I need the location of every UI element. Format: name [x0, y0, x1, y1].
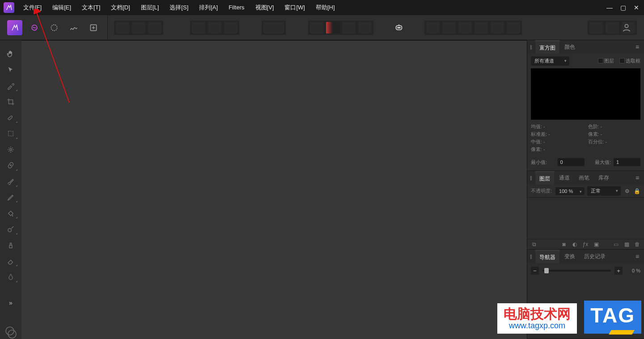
- tb-placeholder[interactable]: [442, 22, 456, 33]
- menu-text[interactable]: 文本[T]: [76, 0, 106, 15]
- stat-percentile: 百分位: -: [588, 138, 641, 145]
- expand-tools[interactable]: »: [4, 297, 18, 309]
- tab-layers[interactable]: 图层: [535, 171, 554, 184]
- persona-photo-icon[interactable]: [7, 20, 22, 35]
- min-input[interactable]: 0: [558, 158, 585, 166]
- tb-placeholder[interactable]: [310, 22, 323, 33]
- add-layer-icon[interactable]: ▦: [623, 241, 630, 247]
- tab-stock[interactable]: 库存: [594, 171, 613, 184]
- tb-placeholder[interactable]: [475, 22, 488, 33]
- tb-placeholder[interactable]: [507, 22, 520, 33]
- tab-transform[interactable]: 变换: [560, 250, 579, 263]
- move-tool[interactable]: [4, 64, 18, 76]
- tab-history[interactable]: 历史记录: [580, 250, 610, 263]
- color-swatches[interactable]: [4, 326, 18, 339]
- app-logo: [4, 2, 14, 13]
- crop-tool[interactable]: [4, 96, 18, 108]
- persona-liquify-icon[interactable]: [27, 20, 42, 35]
- svg-point-10: [8, 228, 12, 232]
- selection-brush-tool[interactable]: [4, 112, 18, 124]
- zoom-out-button[interactable]: −: [531, 267, 539, 275]
- menu-file[interactable]: 文件[F]: [18, 0, 47, 15]
- minimize-button[interactable]: —: [605, 3, 614, 13]
- zoom-in-button[interactable]: +: [614, 267, 623, 275]
- tab-color[interactable]: 颜色: [560, 40, 579, 54]
- adjust-icon[interactable]: ◐: [572, 241, 578, 247]
- merge-icon[interactable]: ⧉: [531, 241, 537, 247]
- panel-menu-icon[interactable]: ≡: [633, 43, 641, 51]
- panel-menu-icon[interactable]: ≡: [633, 252, 641, 260]
- menu-edit[interactable]: 编辑[E]: [47, 0, 76, 15]
- healing-brush-tool[interactable]: [4, 159, 18, 171]
- gear-icon[interactable]: ⚙: [623, 188, 631, 195]
- dodge-tool[interactable]: [4, 223, 18, 235]
- persona-tone-icon[interactable]: [66, 20, 81, 35]
- flood-select-tool[interactable]: [4, 144, 18, 155]
- check-layer[interactable]: 图层: [598, 58, 614, 64]
- pencil-tool[interactable]: [4, 192, 18, 203]
- chevron-down-icon: ▾: [616, 188, 618, 193]
- account-icon[interactable]: [619, 20, 634, 35]
- tb-placeholder[interactable]: [458, 22, 472, 33]
- close-button[interactable]: ✕: [631, 3, 641, 13]
- zoom-slider[interactable]: [542, 270, 611, 272]
- group-icon[interactable]: ▭: [613, 241, 619, 247]
- lock-icon[interactable]: 🔒: [633, 188, 640, 195]
- window-controls: — ▢ ✕: [605, 0, 641, 15]
- tb-placeholder[interactable]: [224, 22, 237, 33]
- tab-brushes[interactable]: 画笔: [575, 171, 593, 184]
- opacity-value: 100 %: [559, 188, 573, 194]
- tb-placeholder[interactable]: [342, 22, 356, 33]
- max-input[interactable]: 1: [614, 158, 640, 166]
- blend-mode-select[interactable]: 正常 ▾: [587, 186, 621, 196]
- drag-handle-icon[interactable]: ||: [530, 44, 532, 50]
- marquee-tool[interactable]: [4, 128, 18, 139]
- mask-icon[interactable]: ◙: [561, 241, 567, 247]
- clone-tool[interactable]: [4, 239, 18, 251]
- layers-list[interactable]: [527, 198, 644, 239]
- tb-placeholder[interactable]: [426, 22, 440, 33]
- persona-export-icon[interactable]: [86, 20, 101, 35]
- tab-channels[interactable]: 通道: [555, 171, 574, 184]
- opacity-select[interactable]: 100 % ▾: [555, 187, 585, 195]
- view-hand-tool[interactable]: [4, 48, 18, 60]
- canvas-area[interactable]: [21, 40, 527, 339]
- tb-placeholder[interactable]: [132, 22, 145, 33]
- tb-placeholder[interactable]: [263, 22, 284, 33]
- assistant-icon[interactable]: [391, 20, 407, 35]
- maximize-button[interactable]: ▢: [618, 3, 628, 13]
- menu-help[interactable]: 帮助[H]: [310, 0, 340, 15]
- tb-placeholder[interactable]: [208, 22, 221, 33]
- blur-tool[interactable]: [4, 271, 18, 283]
- menu-layer[interactable]: 图层[L]: [136, 0, 164, 15]
- menu-view[interactable]: 视图[V]: [250, 0, 280, 15]
- tab-histogram[interactable]: 直方图: [535, 40, 559, 54]
- color-picker-tool[interactable]: [4, 80, 18, 92]
- tb-placeholder[interactable]: [116, 22, 129, 33]
- tb-placeholder[interactable]: [358, 22, 372, 33]
- trash-icon[interactable]: 🗑: [634, 241, 640, 247]
- drag-handle-icon[interactable]: ||: [530, 175, 532, 180]
- check-selection[interactable]: 选取框: [619, 58, 640, 64]
- menu-filters[interactable]: Filters: [223, 0, 250, 15]
- menu-window[interactable]: 窗口[W]: [279, 0, 310, 15]
- tab-navigator[interactable]: 导航器: [535, 250, 559, 263]
- channel-select[interactable]: 所有通道 ▾: [531, 56, 569, 66]
- fill-tool[interactable]: [4, 207, 18, 219]
- tb-placeholder[interactable]: [326, 22, 339, 33]
- menu-arrange[interactable]: 排列[A]: [194, 0, 223, 15]
- persona-develop-icon[interactable]: [47, 20, 62, 35]
- erase-tool[interactable]: [4, 255, 18, 267]
- crop-layer-icon[interactable]: ▣: [593, 241, 599, 247]
- menu-document[interactable]: 文档[D]: [106, 0, 136, 15]
- tb-placeholder[interactable]: [192, 22, 205, 33]
- tb-placeholder[interactable]: [148, 22, 161, 33]
- drag-handle-icon[interactable]: ||: [530, 254, 532, 259]
- tb-placeholder[interactable]: [589, 22, 603, 33]
- tb-placeholder[interactable]: [491, 22, 504, 33]
- menu-select[interactable]: 选择[S]: [164, 0, 194, 15]
- panel-menu-icon[interactable]: ≡: [633, 174, 641, 182]
- fx-icon[interactable]: ƒx: [582, 241, 589, 247]
- paint-brush-tool[interactable]: [4, 176, 18, 187]
- tb-placeholder[interactable]: [606, 22, 619, 33]
